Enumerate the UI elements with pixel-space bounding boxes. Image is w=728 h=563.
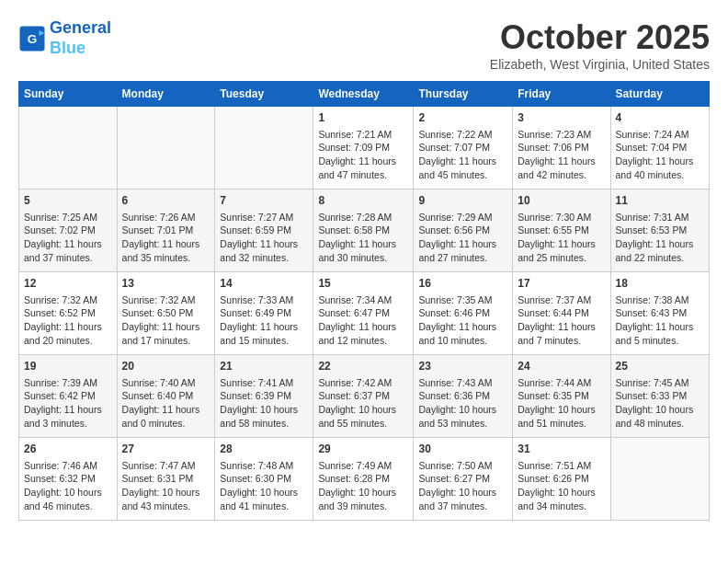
calendar-cell: 12Sunrise: 7:32 AM Sunset: 6:52 PM Dayli… xyxy=(19,272,118,355)
day-number: 31 xyxy=(518,442,605,457)
day-number: 10 xyxy=(518,193,605,209)
calendar-cell: 3Sunrise: 7:23 AM Sunset: 7:06 PM Daylig… xyxy=(513,107,610,190)
day-info: Sunrise: 7:43 AM Sunset: 6:36 PM Dayligh… xyxy=(418,377,496,429)
calendar-cell: 23Sunrise: 7:43 AM Sunset: 6:36 PM Dayli… xyxy=(414,355,513,438)
day-number: 4 xyxy=(616,110,705,126)
calendar-cell: 20Sunrise: 7:40 AM Sunset: 6:40 PM Dayli… xyxy=(117,355,215,438)
calendar-cell: 29Sunrise: 7:49 AM Sunset: 6:28 PM Dayli… xyxy=(313,438,414,521)
calendar-cell: 17Sunrise: 7:37 AM Sunset: 6:44 PM Dayli… xyxy=(513,272,610,355)
calendar-cell: 15Sunrise: 7:34 AM Sunset: 6:47 PM Dayli… xyxy=(313,272,414,355)
calendar-cell: 22Sunrise: 7:42 AM Sunset: 6:37 PM Dayli… xyxy=(313,355,414,438)
calendar-cell: 19Sunrise: 7:39 AM Sunset: 6:42 PM Dayli… xyxy=(19,355,118,438)
day-info: Sunrise: 7:40 AM Sunset: 6:40 PM Dayligh… xyxy=(122,377,200,429)
day-number: 27 xyxy=(122,442,210,457)
day-header-wednesday: Wednesday xyxy=(313,82,414,107)
day-info: Sunrise: 7:26 AM Sunset: 7:01 PM Dayligh… xyxy=(122,212,200,263)
day-number: 8 xyxy=(318,193,408,209)
calendar-cell xyxy=(610,438,710,521)
calendar-cell: 31Sunrise: 7:51 AM Sunset: 6:26 PM Dayli… xyxy=(513,438,610,521)
day-info: Sunrise: 7:34 AM Sunset: 6:47 PM Dayligh… xyxy=(318,294,396,346)
title-block: October 2025 Elizabeth, West Virginia, U… xyxy=(490,18,710,72)
day-info: Sunrise: 7:37 AM Sunset: 6:44 PM Dayligh… xyxy=(518,294,596,346)
calendar-cell: 7Sunrise: 7:27 AM Sunset: 6:59 PM Daylig… xyxy=(215,190,313,272)
day-info: Sunrise: 7:50 AM Sunset: 6:27 PM Dayligh… xyxy=(418,460,496,511)
day-header-monday: Monday xyxy=(117,82,215,107)
week-row-3: 19Sunrise: 7:39 AM Sunset: 6:42 PM Dayli… xyxy=(19,355,710,438)
day-info: Sunrise: 7:39 AM Sunset: 6:42 PM Dayligh… xyxy=(24,377,102,429)
day-number: 7 xyxy=(220,193,308,209)
day-header-tuesday: Tuesday xyxy=(215,82,313,107)
day-number: 1 xyxy=(318,110,408,126)
day-info: Sunrise: 7:27 AM Sunset: 6:59 PM Dayligh… xyxy=(220,212,298,263)
day-info: Sunrise: 7:23 AM Sunset: 7:06 PM Dayligh… xyxy=(518,129,596,180)
day-info: Sunrise: 7:32 AM Sunset: 6:50 PM Dayligh… xyxy=(122,294,200,346)
day-number: 26 xyxy=(24,442,112,457)
svg-text:G: G xyxy=(28,31,38,45)
day-info: Sunrise: 7:29 AM Sunset: 6:56 PM Dayligh… xyxy=(418,212,496,263)
day-number: 16 xyxy=(418,276,507,292)
calendar-table: SundayMondayTuesdayWednesdayThursdayFrid… xyxy=(18,81,710,521)
week-row-1: 5Sunrise: 7:25 AM Sunset: 7:02 PM Daylig… xyxy=(19,190,710,272)
day-number: 22 xyxy=(318,359,408,374)
calendar-cell: 30Sunrise: 7:50 AM Sunset: 6:27 PM Dayli… xyxy=(414,438,513,521)
day-number: 5 xyxy=(24,193,112,209)
day-info: Sunrise: 7:31 AM Sunset: 6:53 PM Dayligh… xyxy=(616,212,694,263)
week-row-0: 1Sunrise: 7:21 AM Sunset: 7:09 PM Daylig… xyxy=(19,107,710,190)
day-number: 23 xyxy=(418,359,507,374)
day-number: 14 xyxy=(220,276,308,292)
calendar-cell: 26Sunrise: 7:46 AM Sunset: 6:32 PM Dayli… xyxy=(19,438,118,521)
day-info: Sunrise: 7:22 AM Sunset: 7:07 PM Dayligh… xyxy=(418,129,496,180)
day-info: Sunrise: 7:42 AM Sunset: 6:37 PM Dayligh… xyxy=(318,377,396,429)
day-number: 15 xyxy=(318,276,408,292)
day-number: 30 xyxy=(418,442,507,457)
calendar-cell: 28Sunrise: 7:48 AM Sunset: 6:30 PM Dayli… xyxy=(215,438,313,521)
day-header-saturday: Saturday xyxy=(610,82,710,107)
day-number: 12 xyxy=(24,276,112,292)
day-info: Sunrise: 7:49 AM Sunset: 6:28 PM Dayligh… xyxy=(318,460,396,511)
day-info: Sunrise: 7:41 AM Sunset: 6:39 PM Dayligh… xyxy=(220,377,298,429)
day-number: 20 xyxy=(122,359,210,374)
day-number: 21 xyxy=(220,359,308,374)
calendar-body: 1Sunrise: 7:21 AM Sunset: 7:09 PM Daylig… xyxy=(19,107,710,521)
day-info: Sunrise: 7:35 AM Sunset: 6:46 PM Dayligh… xyxy=(418,294,496,346)
day-info: Sunrise: 7:48 AM Sunset: 6:30 PM Dayligh… xyxy=(220,460,298,511)
calendar-cell: 16Sunrise: 7:35 AM Sunset: 6:46 PM Dayli… xyxy=(414,272,513,355)
calendar-cell: 18Sunrise: 7:38 AM Sunset: 6:43 PM Dayli… xyxy=(610,272,710,355)
calendar-cell xyxy=(215,107,313,190)
calendar-cell: 1Sunrise: 7:21 AM Sunset: 7:09 PM Daylig… xyxy=(313,107,414,190)
calendar-cell: 21Sunrise: 7:41 AM Sunset: 6:39 PM Dayli… xyxy=(215,355,313,438)
calendar-cell: 10Sunrise: 7:30 AM Sunset: 6:55 PM Dayli… xyxy=(513,190,610,272)
day-info: Sunrise: 7:33 AM Sunset: 6:49 PM Dayligh… xyxy=(220,294,298,346)
logo-line2: Blue xyxy=(50,39,85,57)
calendar-cell: 11Sunrise: 7:31 AM Sunset: 6:53 PM Dayli… xyxy=(610,190,710,272)
day-number: 9 xyxy=(418,193,507,209)
day-header-friday: Friday xyxy=(513,82,610,107)
calendar-cell xyxy=(117,107,215,190)
day-header-thursday: Thursday xyxy=(414,82,513,107)
calendar-cell: 6Sunrise: 7:26 AM Sunset: 7:01 PM Daylig… xyxy=(117,190,215,272)
calendar-cell: 5Sunrise: 7:25 AM Sunset: 7:02 PM Daylig… xyxy=(19,190,118,272)
day-number: 13 xyxy=(122,276,210,292)
day-info: Sunrise: 7:28 AM Sunset: 6:58 PM Dayligh… xyxy=(318,212,396,263)
day-number: 25 xyxy=(616,359,705,374)
week-row-4: 26Sunrise: 7:46 AM Sunset: 6:32 PM Dayli… xyxy=(19,438,710,521)
calendar-cell: 27Sunrise: 7:47 AM Sunset: 6:31 PM Dayli… xyxy=(117,438,215,521)
logo: G General Blue xyxy=(18,18,111,58)
day-number: 19 xyxy=(24,359,112,374)
day-number: 29 xyxy=(318,442,408,457)
day-info: Sunrise: 7:51 AM Sunset: 6:26 PM Dayligh… xyxy=(518,460,596,511)
day-number: 18 xyxy=(616,276,705,292)
day-number: 2 xyxy=(418,110,507,126)
logo-text: General Blue xyxy=(50,18,111,58)
day-number: 6 xyxy=(122,193,210,209)
day-info: Sunrise: 7:44 AM Sunset: 6:35 PM Dayligh… xyxy=(518,377,596,429)
page-header: G General Blue October 2025 Elizabeth, W… xyxy=(18,18,710,72)
day-info: Sunrise: 7:30 AM Sunset: 6:55 PM Dayligh… xyxy=(518,212,596,263)
calendar-cell: 8Sunrise: 7:28 AM Sunset: 6:58 PM Daylig… xyxy=(313,190,414,272)
calendar-cell: 24Sunrise: 7:44 AM Sunset: 6:35 PM Dayli… xyxy=(513,355,610,438)
day-number: 17 xyxy=(518,276,605,292)
day-number: 28 xyxy=(220,442,308,457)
calendar-cell: 14Sunrise: 7:33 AM Sunset: 6:49 PM Dayli… xyxy=(215,272,313,355)
week-row-2: 12Sunrise: 7:32 AM Sunset: 6:52 PM Dayli… xyxy=(19,272,710,355)
calendar-cell: 13Sunrise: 7:32 AM Sunset: 6:50 PM Dayli… xyxy=(117,272,215,355)
